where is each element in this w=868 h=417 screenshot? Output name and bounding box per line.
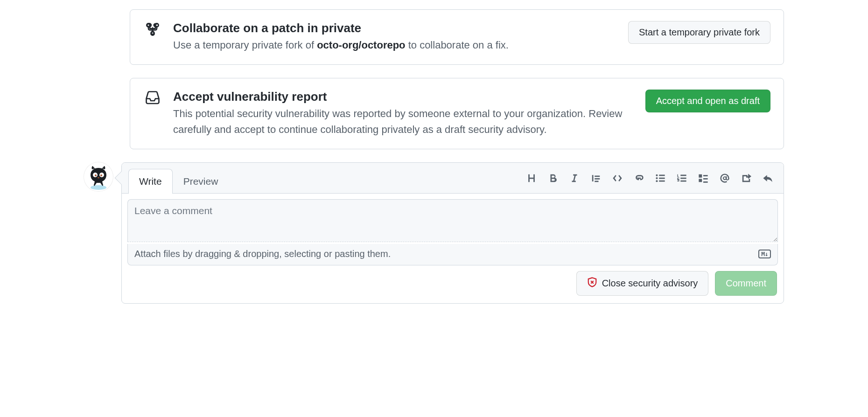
svg-point-9 <box>98 177 99 179</box>
comment-textarea[interactable] <box>127 199 778 242</box>
collaborate-repo: octo-org/octorepo <box>317 39 405 51</box>
svg-point-10 <box>656 174 658 176</box>
markdown-icon[interactable]: M↓ <box>758 250 771 258</box>
accept-title: Accept vulnerability report <box>173 90 634 104</box>
quote-icon[interactable] <box>590 173 602 184</box>
accept-draft-button[interactable]: Accept and open as draft <box>645 90 770 112</box>
collaborate-desc-prefix: Use a temporary private fork of <box>173 39 317 51</box>
unordered-list-icon[interactable] <box>655 173 666 184</box>
accept-card: Accept vulnerability report This potenti… <box>130 78 784 149</box>
svg-point-1 <box>155 23 158 27</box>
mention-icon[interactable] <box>719 173 730 184</box>
close-advisory-button[interactable]: Close security advisory <box>576 271 709 296</box>
formatting-toolbar <box>526 173 777 189</box>
ordered-list-icon[interactable] <box>676 173 687 184</box>
link-icon[interactable] <box>633 173 644 184</box>
tab-write[interactable]: Write <box>128 169 173 194</box>
reply-icon[interactable] <box>762 173 773 184</box>
collaborate-card: Collaborate on a patch in private Use a … <box>130 9 784 65</box>
svg-point-7 <box>95 174 97 176</box>
fork-icon <box>143 21 162 40</box>
collaborate-body: Collaborate on a patch in private Use a … <box>173 21 617 53</box>
tab-header: Write Preview <box>122 163 784 194</box>
close-advisory-label: Close security advisory <box>602 278 698 289</box>
inbox-icon <box>143 90 162 108</box>
task-list-icon[interactable] <box>698 173 709 184</box>
start-fork-button[interactable]: Start a temporary private fork <box>628 21 770 44</box>
tab-preview[interactable]: Preview <box>173 169 229 194</box>
collaborate-title: Collaborate on a patch in private <box>173 21 617 35</box>
cross-reference-icon[interactable] <box>741 173 752 184</box>
accept-desc: This potential security vulnerability wa… <box>173 106 634 138</box>
shield-x-icon <box>587 277 597 290</box>
svg-point-0 <box>147 23 150 27</box>
svg-point-8 <box>100 174 102 176</box>
accept-body: Accept vulnerability report This potenti… <box>173 90 634 138</box>
italic-icon[interactable] <box>569 173 580 184</box>
bold-icon[interactable] <box>547 173 559 184</box>
svg-point-4 <box>91 185 106 190</box>
code-icon[interactable] <box>612 173 623 184</box>
comment-box: Write Preview <box>121 162 784 304</box>
attach-files-bar[interactable]: Attach files by dragging & dropping, sel… <box>127 244 778 265</box>
collaborate-desc: Use a temporary private fork of octo-org… <box>173 37 617 53</box>
collaborate-desc-suffix: to collaborate on a fix. <box>406 39 509 51</box>
svg-point-11 <box>656 177 658 179</box>
comment-button[interactable]: Comment <box>715 271 777 296</box>
svg-point-12 <box>656 180 658 182</box>
attach-files-text: Attach files by dragging & dropping, sel… <box>134 249 391 259</box>
avatar[interactable] <box>84 162 113 191</box>
heading-icon[interactable] <box>526 173 537 184</box>
